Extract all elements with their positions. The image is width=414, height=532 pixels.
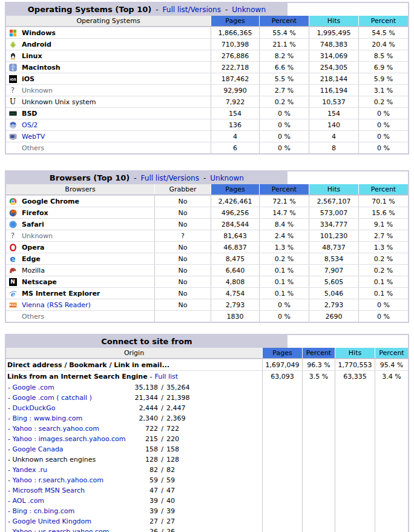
pages-percent-value: 14.7 % <box>259 207 309 218</box>
table-row: Macintosh 222,718 6.6 % 254,305 6.9 % <box>6 61 408 73</box>
hits-percent-value: 0 % <box>358 131 408 142</box>
pages-hits-pair: 128 / 128 <box>119 454 179 465</box>
row-label: Windows <box>22 29 56 37</box>
dash-bullet: - <box>8 507 12 515</box>
title-separator: - <box>150 373 153 381</box>
pages-percent-value: 5.5 % <box>259 73 309 84</box>
engine-hits-value: 158 <box>166 445 179 453</box>
search-engine-link[interactable]: Yahoo : r.search.yahoo.com <box>12 476 104 484</box>
search-engine-link[interactable]: Google Canada <box>12 445 63 453</box>
pages-percent-value: 0 % <box>259 311 309 322</box>
row-label-link[interactable]: Vienna (RSS Reader) <box>22 301 91 309</box>
full-list-link[interactable]: Full list <box>155 373 178 381</box>
search-engine-link[interactable]: Yandex .ru <box>12 466 47 474</box>
grabber-value: No <box>154 242 211 253</box>
browsers-title-link-1[interactable]: Unknown <box>210 174 244 182</box>
hits-percent-value: 0 % <box>358 108 408 119</box>
pair-separator: / <box>158 476 166 484</box>
hits-value: 8,534 <box>309 253 358 264</box>
search-engine-link[interactable]: AOL .com <box>12 497 44 505</box>
browsers-header-label: Browsers <box>6 184 154 195</box>
search-engine-row: - Yahoo : images.search.yahoo.com 215 / … <box>6 434 262 444</box>
table-row: FirefoxNo 496,256 14.7 % 573,007 15.6 % <box>6 207 408 218</box>
svg-text:iOS: iOS <box>10 78 16 81</box>
grabber-value: No <box>154 253 211 264</box>
connect-title-bar: Connect to site from <box>6 335 408 348</box>
os-title-link-1[interactable]: Unknown <box>232 5 266 14</box>
row-label-link[interactable]: OS/2 <box>22 121 38 129</box>
connect-section: Connect to site from OriginPagesPercentH… <box>5 334 409 532</box>
pages-hits-pair: 21,344 / 21,398 <box>119 393 190 403</box>
os-header-pages_pct: Percent <box>259 16 309 26</box>
hits-value: 154 <box>309 108 358 119</box>
dash-bullet: - <box>8 497 12 505</box>
search-engine-link[interactable]: Microsoft MSN Search <box>12 487 85 494</box>
pages-hits-pair: 35,138 / 35,264 <box>119 382 190 393</box>
engine-pages-value: 26 <box>119 528 158 532</box>
os-header-hits_pct: Percent <box>358 16 408 26</box>
engine-hits-value: 21,398 <box>166 394 190 402</box>
search-engine-link[interactable]: DuckDuckGo <box>12 404 55 412</box>
pages-value: 46,837 <box>211 242 259 253</box>
search-engine-link[interactable]: Google .com <box>12 384 54 391</box>
connect-title: Connect to site from <box>101 337 192 346</box>
search-engine-row: - Yahoo : us.search.yahoo.com 26 / 26 <box>6 527 262 532</box>
search-engine-link[interactable]: Google .com ( catchall ) <box>12 394 91 402</box>
search-engine-link[interactable]: Yahoo : images.search.yahoo.com <box>12 435 125 443</box>
search-engine-link[interactable]: Yahoo : search.yahoo.com <box>12 425 99 433</box>
table-row: OS/2 136 0 % 140 0 % <box>6 119 408 130</box>
engine-hits-value: 35,264 <box>166 384 190 391</box>
rss-icon: RSS <box>8 301 17 309</box>
row-label: Unknown <box>22 232 53 240</box>
search-engine-link[interactable]: Google United Kingdom <box>12 517 91 525</box>
search-engine-link[interactable]: Yahoo : us.search.yahoo.com <box>12 528 109 532</box>
grabber-value <box>154 311 211 322</box>
engine-pages-value: 39 <box>119 507 158 515</box>
table-row: Others 6 0 % 8 0 % <box>6 142 408 153</box>
question-icon: ? <box>8 231 17 240</box>
search-engine-row: - Google Canada 158 / 158 <box>6 444 262 454</box>
hits-percent-value: 0 % <box>358 142 408 153</box>
search-engine-link[interactable]: Bing : cn.bing.com <box>12 507 74 515</box>
table-row: ?Unknown 92,990 2.7 % 116,194 3.1 % <box>6 84 408 96</box>
engine-hits-value: 27 <box>166 517 175 525</box>
pages-hits-pair: 2,444 / 2,447 <box>119 403 186 413</box>
row-label: iOS <box>22 75 34 83</box>
hits-percent-value: 70.1 % <box>358 196 408 207</box>
row-label: Safari <box>22 221 44 228</box>
browsers-title-link-0[interactable]: Full list/Versions <box>141 174 199 182</box>
pages-value: 2,793 <box>211 299 259 310</box>
table-row: UUnknown Unix system 7,922 0.2 % 10,537 … <box>6 96 408 107</box>
pair-separator: / <box>158 394 166 402</box>
browsers-header-pages_pct: Percent <box>259 184 309 195</box>
chrome-icon <box>8 197 17 205</box>
search-engine-row: - Yahoo : r.search.yahoo.com 59 / 59 <box>6 475 262 485</box>
engine-hits-value: 2,369 <box>166 414 186 422</box>
pages-hits-pair: 722 / 722 <box>119 424 179 434</box>
hits-percent-value: 0.2 % <box>358 265 408 276</box>
search-engine-row: - Microsoft MSN Search 47 / 47 <box>6 485 262 496</box>
table-row: Windows 1,866,365 55.4 % 1,995,495 54.5 … <box>6 27 408 38</box>
pages-percent-value: 72.1 % <box>259 196 309 207</box>
grabber-value: No <box>154 276 211 287</box>
hits-value: 101,230 <box>309 230 358 241</box>
os-header-label: Operating Systems <box>6 16 211 26</box>
direct-address-row: Direct address / Bookmark / Link in emai… <box>6 359 408 370</box>
hits-value: 4 <box>309 131 358 142</box>
hits-percent-value: 54.5 % <box>358 27 408 38</box>
os-title-link-0[interactable]: Full list/Versions <box>163 5 221 14</box>
blank-icon <box>8 312 17 321</box>
grabber-value: No <box>154 288 211 299</box>
search-engine-link[interactable]: Bing : www.bing.com <box>12 414 82 422</box>
pages-percent-value: 8.4 % <box>259 219 309 230</box>
os2-icon <box>8 121 17 129</box>
pages-value: 2,426,461 <box>211 196 259 207</box>
pair-separator: / <box>158 384 166 391</box>
hits-value: 5,046 <box>309 288 358 299</box>
hits-percent-value: 0 % <box>358 119 408 130</box>
row-label-link[interactable]: WebTV <box>22 133 45 141</box>
row-label: Direct address / Bookmark / Link in emai… <box>7 361 169 369</box>
pages-percent-value: 3.5 % <box>302 371 335 532</box>
mac-icon <box>8 63 17 71</box>
pages-value: 6 <box>211 142 259 153</box>
